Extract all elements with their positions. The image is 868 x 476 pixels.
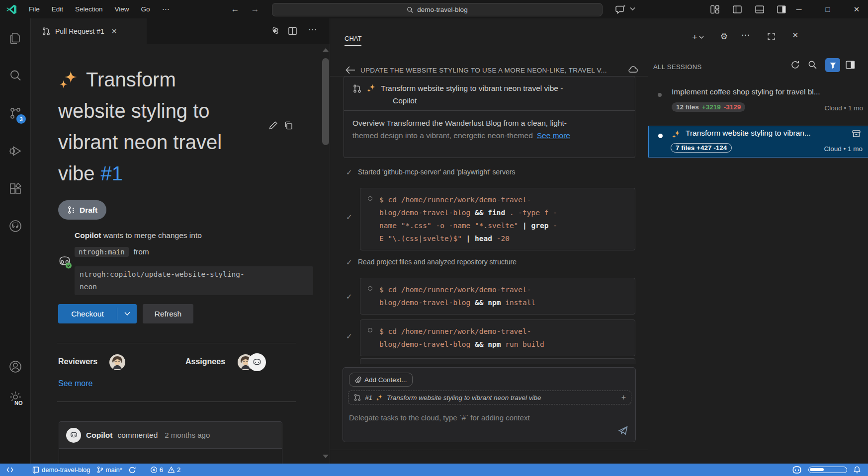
menu-edit[interactable]: Edit [46,0,69,18]
code-text: $ cd /home/runner/work/demo-travel- [379,196,531,204]
checkout-dropdown-icon[interactable] [117,312,137,316]
toggle-secondary-sidebar-icon[interactable] [777,4,786,14]
terminal-command-block[interactable]: $ cd /home/runner/work/demo-travel- blog… [360,319,635,356]
copilot-status-icon[interactable] [788,464,805,476]
editor-more-actions-icon[interactable]: ⋯ [308,24,317,35]
comment-time: 2 months ago [165,431,210,439]
pr-context-attachment[interactable]: #1 Transform website styling to vibrant … [348,391,631,404]
github-icon[interactable] [8,219,22,233]
title-bar: File Edit Selection View Go ⋯ ← → demo-t… [0,0,868,18]
chat-pr-card[interactable]: Transform website styling to vibrant neo… [344,76,635,158]
chat-maximize-icon[interactable] [767,32,776,41]
search-view-icon[interactable] [8,69,22,82]
pr-title-line3: vibrant neon travel [58,127,292,158]
scroll-up-icon[interactable] [323,48,329,52]
chat-close-icon[interactable]: ✕ [792,31,798,40]
tab-pull-request[interactable]: Pull Request #1 ✕ [31,18,147,44]
all-sessions-panel: ALL SESSIONS Implement coffee shop styli… [648,50,868,464]
send-icon[interactable] [618,425,628,436]
chat-settings-gear-icon[interactable]: ⚙ [720,31,728,42]
code-text: && npm [475,340,501,348]
profile-badge: NO [13,399,24,406]
menu-file[interactable]: File [23,0,46,18]
sync-status-item[interactable] [125,464,139,476]
toggle-primary-sidebar-icon[interactable] [732,4,742,14]
minimize-button[interactable]: ─ [787,0,810,18]
chat-step[interactable]: Started 'github-mcp-server' and 'playwri… [358,168,515,176]
copilot-chat-chevron-icon[interactable] [630,7,635,11]
session-item[interactable]: Implement coffee shop styling for travel… [648,84,868,122]
separator [330,450,648,450]
assignees-label: Assignees [185,357,225,366]
chat-back-icon[interactable] [346,66,355,74]
chat-input-placeholder[interactable]: Delegate tasks to the cloud, type `#` fo… [349,413,530,422]
pr-title-line4: vibe [58,158,94,189]
check-icon: ✓ [346,292,352,301]
refresh-button[interactable]: Refresh [143,304,193,323]
extensions-icon[interactable] [8,182,22,196]
bell-icon[interactable] [850,464,868,476]
split-editor-icon[interactable] [288,26,297,36]
chat-step[interactable]: Read project files and analyzed reposito… [358,258,517,266]
terminal-command-block-partial[interactable] [360,358,635,364]
add-context-button[interactable]: Add Context... [349,373,413,387]
head-branch-line2: neon [80,281,308,293]
refresh-sessions-icon[interactable] [790,60,800,70]
search-sessions-icon[interactable] [808,60,817,70]
archive-icon[interactable] [852,129,861,139]
pr-number-link[interactable]: #1 [100,158,123,189]
editor-scrollbar-thumb[interactable] [322,58,329,145]
toggle-panel-icon[interactable] [755,4,765,14]
explorer-icon[interactable] [8,31,22,45]
terminal-command-block[interactable]: $ cd /home/runner/work/demo-travel- blog… [360,188,635,250]
command-center-search[interactable]: demo-travel-blog [272,3,603,16]
maximize-button[interactable]: □ [816,0,839,18]
branch-status-item[interactable]: main* [93,464,125,476]
tab-chat[interactable]: CHAT [345,35,361,46]
chat-panel: UPDATE THE WEBSITE STYLING TO USE A MORE… [330,50,648,464]
code-text: name "*.css" -o -name "*.svelte" [379,222,522,230]
remote-indicator[interactable] [0,464,17,476]
nav-back-icon[interactable]: ← [230,4,241,14]
search-value: demo-travel-blog [417,6,467,13]
filter-sessions-icon[interactable] [825,58,840,72]
new-chat-button[interactable]: + [692,32,704,43]
nav-forward-icon[interactable]: → [250,4,260,14]
card-title-line1: Transform website styling to vibrant neo… [381,84,563,93]
checkout-split-button[interactable]: Checkout [58,304,137,323]
menu-view[interactable]: View [109,0,135,18]
customize-layout-icon[interactable] [710,4,720,14]
scroll-down-icon[interactable] [323,455,329,458]
comment-copilot-avatar [66,428,81,443]
files-count: 12 files [676,103,699,111]
close-button[interactable]: ✕ [845,0,868,18]
terminal-command-block[interactable]: $ cd /home/runner/work/demo-travel- blog… [360,278,635,315]
check-icon: ✓ [346,168,352,177]
openai-icon[interactable] [269,26,279,36]
edit-title-icon[interactable] [268,121,278,130]
checkout-button[interactable]: Checkout [58,310,117,318]
copilot-chat-icon[interactable] [615,3,627,15]
accounts-icon[interactable] [8,360,22,374]
session-item-selected[interactable]: Transform website styling to vibran... 7… [648,126,868,158]
reviewer-avatar[interactable] [109,354,125,370]
see-more-link[interactable]: See more [58,379,92,388]
chat-more-actions-icon[interactable]: ⋯ [741,30,750,40]
see-more-link[interactable]: See more [537,129,570,142]
sessions-layout-icon[interactable] [845,60,856,70]
activity-bar: 3 NO [0,18,31,464]
repo-status-item[interactable]: demo-travel-blog [29,464,93,476]
menu-overflow-icon[interactable]: ⋯ [156,0,175,18]
problems-status-item[interactable]: 6 2 [147,464,183,476]
overview-line1: Overview Transformed the Wanderlust Blog… [352,117,626,129]
menu-selection[interactable]: Selection [69,0,109,18]
attachment-add-icon[interactable]: + [621,393,626,402]
check-icon: ✓ [346,213,352,222]
chat-input-container[interactable]: Add Context... #1 Transform website styl… [343,367,636,442]
tab-close-icon[interactable]: ✕ [111,27,117,35]
copy-title-icon[interactable] [284,121,293,130]
warning-count: 2 [177,466,180,474]
run-debug-icon[interactable] [8,144,22,158]
assignee-copilot-avatar[interactable] [248,353,266,371]
menu-go[interactable]: Go [135,0,156,18]
